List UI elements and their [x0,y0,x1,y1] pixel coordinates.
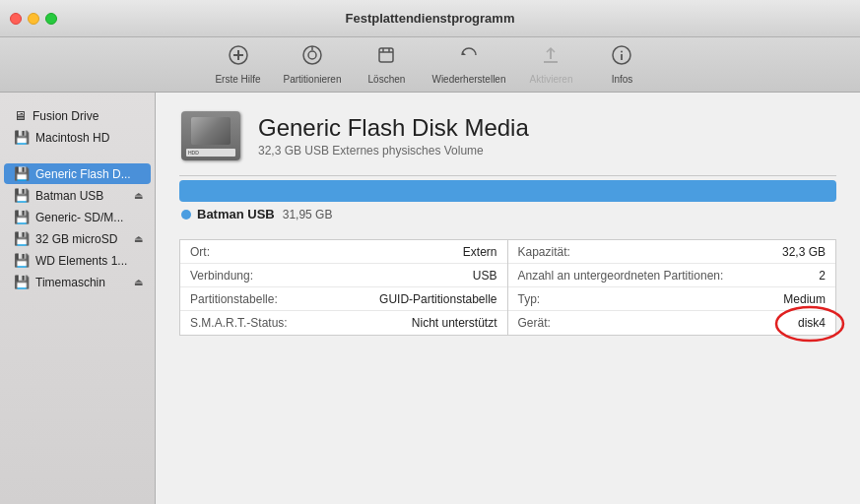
toolbar-aktivieren[interactable]: Aktivieren [525,44,576,85]
info-key-geraet: Gerät: [508,312,627,334]
partition-dot [181,210,191,220]
device-icon-container: HDD [179,108,242,163]
generic-sd-icon: 💾 [14,210,30,224]
info-val-kapazitaet: 32,3 GB [627,241,836,263]
sidebar-item-32gb-microsd[interactable]: 💾 32 GB microSD ⏏ [4,228,151,249]
svg-rect-6 [379,48,393,62]
info-key-verbindung: Verbindung: [180,265,298,286]
close-button[interactable] [10,13,22,25]
info-key-kapazitaet: Kapazität: [508,241,627,263]
aktivieren-icon [540,44,562,71]
svg-point-14 [621,51,623,53]
svg-point-4 [308,51,316,59]
device-name: Generic Flash Disk Media [258,114,836,143]
fullscreen-button[interactable] [45,13,57,25]
toolbar-erste-hilfe[interactable]: Erste Hilfe [213,44,264,85]
partitionieren-icon [301,44,323,71]
info-row-partitionstabelle: Partitionstabelle: GUID-Partitionstabell… [180,287,507,311]
minimize-button[interactable] [28,13,39,25]
info-val-partitionen: 2 [731,265,835,286]
info-row-typ: Typ: Medium [508,287,836,311]
sidebar-item-label: WD Elements 1... [35,254,143,268]
info-val-typ: Medium [627,288,836,310]
toolbar-loeschen[interactable]: Löschen [361,44,412,85]
toolbar-partitionieren[interactable]: Partitionieren [284,44,342,85]
sidebar-item-macintosh-hd[interactable]: 💾 Macintosh HD [4,127,151,148]
sidebar-item-fusion-drive[interactable]: 🖥 Fusion Drive [4,105,151,126]
info-key-ort: Ort: [180,241,298,263]
batman-usb-icon: 💾 [14,188,30,203]
sidebar-item-generic-sd[interactable]: 💾 Generic- SD/M... [4,207,151,227]
partition-size: 31,95 GB [283,208,333,221]
sidebar: 🖥 Fusion Drive 💾 Macintosh HD 💾 Generic … [0,93,156,504]
info-val-ort: Extern [298,241,507,263]
loeschen-icon [375,44,397,71]
sidebar-item-label: Generic- SD/M... [35,211,143,224]
generic-flash-icon: 💾 [14,166,30,181]
info-row-partitionen: Anzahl an untergeordneten Partitionen: 2 [508,264,836,287]
titlebar: Festplattendienstprogramm [0,0,860,37]
info-val-partitionstabelle: GUID-Partitionstabelle [298,288,507,310]
info-key-partitionen: Anzahl an untergeordneten Partitionen: [508,265,732,286]
device-subtitle: 32,3 GB USB Externes physisches Volume [258,144,836,158]
partition-name: Batman USB [197,207,275,221]
info-table: Ort: Extern Verbindung: USB Partitionsta… [179,239,836,336]
partition-bar [179,180,836,202]
hdd-label: HDD [186,149,235,157]
info-key-partitionstabelle: Partitionstabelle: [180,288,298,310]
microsd-icon: 💾 [14,231,30,246]
eject-icon: ⏏ [134,190,143,201]
sidebar-item-label: Macintosh HD [35,131,143,145]
info-row-smart: S.M.A.R.T.-Status: Nicht unterstützt [180,311,507,335]
content-panel: HDD Generic Flash Disk Media 32,3 GB USB… [156,93,860,504]
device-info: Generic Flash Disk Media 32,3 GB USB Ext… [258,114,836,158]
partitionieren-label: Partitionieren [284,74,342,85]
info-row-ort: Ort: Extern [180,240,507,264]
sidebar-item-label: Generic Flash D... [35,167,143,181]
info-key-typ: Typ: [508,288,627,310]
infos-icon [611,44,632,71]
eject-icon-3: ⏏ [134,277,143,287]
wd-elements-icon: 💾 [14,253,30,268]
erste-hilfe-label: Erste Hilfe [215,74,260,85]
sidebar-item-label: 32 GB microSD [35,232,128,246]
info-right: Kapazität: 32,3 GB Anzahl an untergeordn… [508,240,836,335]
toolbar: Erste Hilfe Partitionieren Löschen Wiede… [0,37,860,93]
sidebar-item-label: Fusion Drive [33,109,143,123]
device-header: HDD Generic Flash Disk Media 32,3 GB USB… [156,93,860,175]
sidebar-item-batman-usb[interactable]: 💾 Batman USB ⏏ [4,185,151,206]
eject-icon-2: ⏏ [134,233,143,244]
info-val-smart: Nicht unterstützt [298,312,507,334]
macintosh-hd-icon: 💾 [14,130,30,145]
info-row-geraet: Gerät: disk4 [508,311,836,335]
sidebar-item-generic-flash[interactable]: 💾 Generic Flash D... [4,163,151,184]
info-row-verbindung: Verbindung: USB [180,264,507,287]
partition-section: Batman USB 31,95 GB [156,176,860,229]
toolbar-wiederherstellen[interactable]: Wiederherstellen [431,44,505,85]
infos-label: Infos [612,74,633,85]
traffic-lights [10,13,57,25]
timemaschin-icon: 💾 [14,275,30,289]
toolbar-infos[interactable]: Infos [596,44,647,85]
geraet-value: disk4 [798,316,826,330]
main-area: 🖥 Fusion Drive 💾 Macintosh HD 💾 Generic … [0,93,860,504]
sidebar-item-label: Batman USB [35,189,128,203]
wiederherstellen-label: Wiederherstellen [431,74,505,85]
fusion-drive-icon: 🖥 [14,108,27,123]
wiederherstellen-icon [458,44,480,71]
aktivieren-label: Aktivieren [530,74,573,85]
info-val-verbindung: USB [298,265,507,286]
info-section: Ort: Extern Verbindung: USB Partitionsta… [156,229,860,504]
info-row-kapazitaet: Kapazität: 32,3 GB [508,240,836,264]
sidebar-section-1 [0,96,155,104]
info-key-smart: S.M.A.R.T.-Status: [180,312,298,334]
window-title: Festplattendienstprogramm [346,11,515,26]
sidebar-item-wd-elements[interactable]: 💾 WD Elements 1... [4,250,151,271]
partition-label: Batman USB 31,95 GB [179,207,836,221]
erste-hilfe-icon [228,44,249,71]
sidebar-section-2 [0,155,155,162]
sidebar-item-label: Timemaschin [35,276,128,289]
sidebar-item-timemaschin[interactable]: 💾 Timemaschin ⏏ [4,272,151,292]
hdd-icon: HDD [181,111,240,160]
loeschen-label: Löschen [368,74,406,85]
